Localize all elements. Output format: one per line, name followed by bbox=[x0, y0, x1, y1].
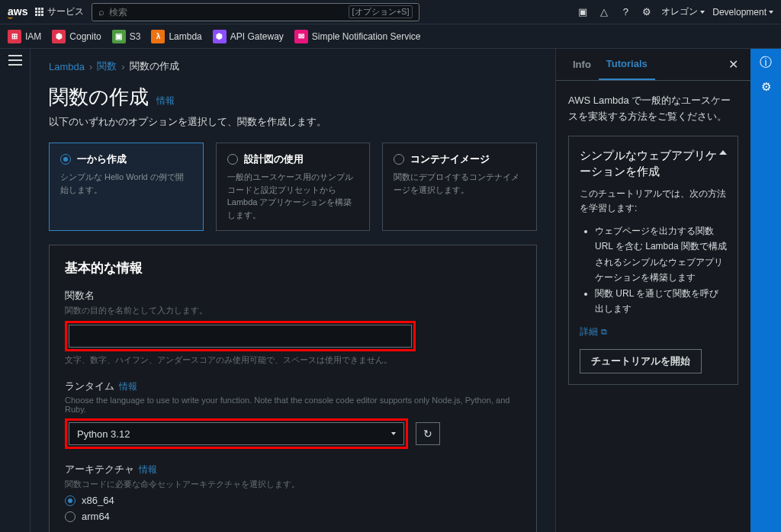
tab-info[interactable]: Info bbox=[565, 50, 599, 79]
help-icon[interactable]: ? bbox=[619, 5, 632, 19]
arch-label: アーキテクチャ情報 bbox=[65, 463, 521, 476]
crumb-sep: › bbox=[89, 61, 92, 72]
region-selector[interactable]: オレゴン bbox=[661, 5, 705, 18]
chevron-up-icon[interactable] bbox=[719, 150, 727, 155]
fav-cognito[interactable]: ⬢Cognito bbox=[52, 30, 101, 43]
arch-x86-radio[interactable]: x86_64 bbox=[65, 495, 521, 506]
aws-logo[interactable]: aws⌣ bbox=[8, 5, 27, 19]
close-panel-button[interactable]: ✕ bbox=[725, 54, 741, 75]
highlight-annotation bbox=[65, 321, 416, 351]
refresh-button[interactable]: ↻ bbox=[416, 422, 440, 445]
main-content: Lambda › 関数 › 関数の作成 関数の作成 情報 以下のいずれかのオプシ… bbox=[31, 49, 555, 532]
side-tabs: Info Tutorials ✕ bbox=[556, 49, 750, 81]
arch-arm-radio[interactable]: arm64 bbox=[65, 511, 521, 522]
side-intro: AWS Lambda で一般的なユースケースを実装する方法をご覧ください。 bbox=[568, 93, 738, 125]
menu-toggle-icon[interactable] bbox=[8, 55, 22, 66]
runtime-field: ランタイム情報 Choose the language to use to wr… bbox=[65, 380, 521, 449]
panel-heading: 基本的な情報 bbox=[65, 259, 521, 277]
detail-link[interactable]: 詳細⧉ bbox=[580, 325, 727, 338]
services-label: サービス bbox=[47, 5, 84, 18]
fav-apigw[interactable]: ⬢API Gateway bbox=[213, 30, 284, 43]
info-link[interactable]: 情報 bbox=[119, 380, 137, 393]
chevron-down-icon bbox=[391, 432, 396, 435]
rt-label: ランタイム情報 bbox=[65, 380, 521, 393]
fn-hint: 関数の目的を名前として入力します。 bbox=[65, 305, 521, 316]
radio-icon bbox=[60, 154, 71, 165]
external-link-icon: ⧉ bbox=[601, 327, 607, 337]
radio-icon bbox=[227, 154, 238, 165]
list-item: 関数 URL を通じて関数を呼び出します bbox=[595, 286, 727, 317]
runtime-select[interactable]: Python 3.12 bbox=[69, 422, 404, 445]
function-name-field: 関数名 関数の目的を名前として入力します。 文字、数字、ハイフン、アンダースコア… bbox=[65, 289, 521, 366]
crumb-lambda[interactable]: Lambda bbox=[49, 61, 85, 72]
settings-icon[interactable]: ⚙ bbox=[640, 5, 654, 19]
side-body: AWS Lambda で一般的なユースケースを実装する方法をご覧ください。 シン… bbox=[556, 81, 750, 397]
option-blueprint[interactable]: 設計図の使用 一般的ユースケース用のサンプルコードと設定プリセットから Lamb… bbox=[216, 143, 371, 231]
info-icon[interactable]: ⓘ bbox=[760, 55, 772, 71]
fav-iam[interactable]: ⊞IAM bbox=[8, 30, 41, 43]
crumb-sep: › bbox=[121, 61, 124, 72]
fav-sns[interactable]: ✉Simple Notification Service bbox=[294, 30, 421, 43]
crumb-current: 関数の作成 bbox=[130, 59, 179, 73]
favorites-bar: ⊞IAM ⬢Cognito ▣S3 λLambda ⬢API Gateway ✉… bbox=[0, 24, 781, 49]
fav-lambda[interactable]: λLambda bbox=[151, 30, 201, 43]
tutorial-title: シンプルなウェブアプリケーションを作成 bbox=[580, 147, 719, 179]
option-scratch[interactable]: 一から作成 シンプルな Hello World の例で開始します。 bbox=[49, 143, 204, 231]
fav-s3[interactable]: ▣S3 bbox=[112, 30, 141, 43]
right-tools-rail: ⓘ ⚙ bbox=[750, 49, 781, 532]
refresh-icon: ↻ bbox=[423, 428, 432, 440]
breadcrumb: Lambda › 関数 › 関数の作成 bbox=[49, 59, 537, 73]
tab-tutorials[interactable]: Tutorials bbox=[599, 49, 655, 80]
notifications-icon[interactable]: △ bbox=[597, 5, 611, 19]
arch-hint: 関数コードに必要な命令セットアーキテクチャを選択します。 bbox=[65, 479, 521, 490]
left-nav-rail bbox=[0, 49, 31, 532]
search-icon: ⌕ bbox=[98, 6, 104, 18]
list-item: ウェブページを出力する関数 URL を含む Lambda 関数で構成されるシンプ… bbox=[595, 223, 727, 286]
creation-options: 一から作成 シンプルな Hello World の例で開始します。 設計図の使用… bbox=[49, 143, 537, 231]
tutorial-desc: このチュートリアルでは、次の方法を学習します: bbox=[580, 187, 727, 216]
info-link[interactable]: 情報 bbox=[139, 463, 157, 476]
highlight-annotation: Python 3.12 bbox=[65, 418, 408, 449]
search-shortcut: [オプション+S] bbox=[349, 5, 413, 18]
tutorial-card: シンプルなウェブアプリケーションを作成 このチュートリアルでは、次の方法を学習し… bbox=[568, 136, 738, 386]
services-menu[interactable]: サービス bbox=[35, 5, 84, 18]
fn-constraint: 文字、数字、ハイフン、アンダースコアのみ使用可能で、スペースは使用できません。 bbox=[65, 354, 521, 366]
account-selector[interactable]: Development bbox=[712, 7, 773, 18]
top-nav: aws⌣ サービス ⌕ [オプション+S] ▣ △ ? ⚙ オレゴン Devel… bbox=[0, 0, 781, 24]
start-tutorial-button[interactable]: チュートリアルを開始 bbox=[580, 349, 702, 373]
basic-info-panel: 基本的な情報 関数名 関数の目的を名前として入力します。 文字、数字、ハイフン、… bbox=[49, 245, 537, 532]
rt-hint: Choose the language to use to write your… bbox=[65, 396, 521, 414]
radio-icon bbox=[394, 154, 404, 165]
option-container[interactable]: コンテナイメージ 関数にデプロイするコンテナイメージを選択します。 bbox=[382, 143, 537, 231]
function-name-input[interactable] bbox=[69, 325, 412, 348]
search-box[interactable]: ⌕ [オプション+S] bbox=[92, 3, 419, 21]
grid-icon bbox=[35, 8, 43, 16]
architecture-field: アーキテクチャ情報 関数コードに必要な命令セットアーキテクチャを選択します。 x… bbox=[65, 463, 521, 522]
tutorial-list: ウェブページを出力する関数 URL を含む Lambda 関数で構成されるシンプ… bbox=[580, 223, 727, 316]
page-title: 関数の作成 情報 bbox=[49, 84, 537, 111]
radio-icon bbox=[65, 495, 76, 506]
page-subtitle: 以下のいずれかのオプションを選択して、関数を作成します。 bbox=[49, 115, 537, 129]
fn-label: 関数名 bbox=[65, 289, 521, 303]
help-panel: Info Tutorials ✕ AWS Lambda で一般的なユースケースを… bbox=[555, 49, 750, 532]
info-link[interactable]: 情報 bbox=[156, 95, 175, 107]
search-input[interactable] bbox=[109, 7, 348, 18]
crumb-functions[interactable]: 関数 bbox=[97, 59, 117, 73]
gear-icon[interactable]: ⚙ bbox=[761, 80, 771, 94]
radio-icon bbox=[65, 511, 76, 522]
cloudshell-icon[interactable]: ▣ bbox=[576, 5, 590, 19]
